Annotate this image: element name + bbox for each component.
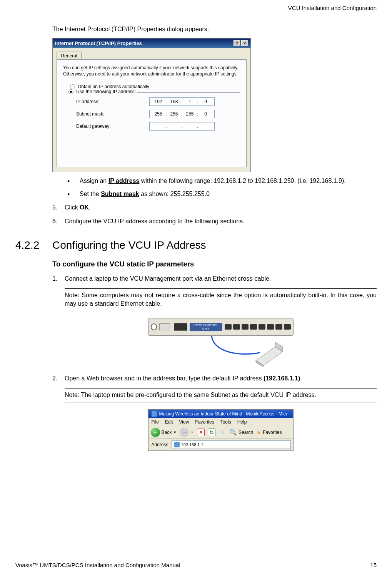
- ie-icon: [152, 411, 157, 417]
- menu-view[interactable]: View: [179, 419, 189, 425]
- subnet-input[interactable]: 255. 255. 255. 0: [149, 110, 215, 118]
- address-label: Address: [151, 442, 169, 447]
- menu-file[interactable]: File: [152, 419, 159, 425]
- sub-heading: To configure the VCU static IP parameter…: [52, 260, 377, 268]
- help-button[interactable]: ?: [234, 40, 240, 46]
- titlebar: Internet Protocol (TCP/IP) Properties ? …: [53, 39, 250, 48]
- stop-button[interactable]: ✕: [197, 429, 205, 436]
- vcu-port-icon: [284, 324, 291, 330]
- radio-obtain-auto[interactable]: Obtain an IP address automatically: [70, 84, 240, 89]
- back-arrow-icon: ←: [151, 428, 160, 437]
- svg-marker-0: [256, 347, 283, 365]
- bullet-ip-assign: Assign an IP address within the followin…: [67, 177, 377, 185]
- menu-favorites[interactable]: Favorites: [195, 419, 214, 425]
- ip-address-label: IP address:: [76, 99, 149, 104]
- tcpip-dialog: Internet Protocol (TCP/IP) Properties ? …: [52, 38, 251, 172]
- vcu-port-icon: [233, 324, 240, 330]
- radio-icon: [70, 84, 75, 89]
- ethernet-cable-icon: [148, 333, 294, 367]
- browser-titlebar: Making Wireless an Indoor State of Mind …: [148, 410, 293, 418]
- bottom-rule: [15, 558, 377, 558]
- vcu-device: UMTS CONTROL UNIT: [148, 318, 294, 336]
- menu-tools[interactable]: Tools: [220, 419, 231, 425]
- browser-address-bar: Address 192.168.1.1: [148, 439, 293, 450]
- forward-arrow-icon: →: [180, 428, 189, 437]
- cfg-step-2: 2. Open a Web browser and in the address…: [52, 374, 377, 383]
- browser-toolbar: ← Back ▼ → ▼ ✕ ↻ ⌂ 🔍 Search ★ Favorites: [148, 426, 293, 439]
- vcu-port-icon: [267, 324, 274, 330]
- footer-page-number: 15: [370, 562, 377, 568]
- tab-general[interactable]: General: [57, 52, 82, 60]
- radio-label: Obtain an IP address automatically: [78, 84, 149, 89]
- vcu-port-icon: [275, 324, 282, 330]
- browser-menu: File Edit View Favorites Tools Help: [148, 418, 293, 426]
- vcu-port-icon: [225, 324, 232, 330]
- cfg-step-1: 1. Connect a laptop to the VCU Managemen…: [52, 275, 377, 283]
- refresh-icon: ↻: [209, 429, 214, 435]
- note-1: Note: Some computers may not require a c…: [65, 288, 377, 311]
- vcu-label: UMTS CONTROL UNIT: [190, 323, 222, 331]
- subnet-label: Subnet mask:: [76, 111, 149, 117]
- star-icon: ★: [256, 429, 261, 436]
- gateway-input[interactable]: . . .: [149, 122, 215, 131]
- top-rule: [15, 14, 377, 14]
- menu-edit[interactable]: Edit: [165, 419, 173, 425]
- ip-octet: 255: [184, 111, 196, 117]
- page-icon: [174, 442, 180, 447]
- ip-octet: 9: [200, 99, 212, 104]
- vcu-connector-icon: [151, 323, 157, 330]
- step-5: 5. Click OK.: [52, 203, 377, 212]
- ip-octet: 255: [168, 111, 180, 117]
- vcu-mgmt-port-icon: [174, 323, 187, 331]
- laptop-diagram: UMTS CONTROL UNIT: [65, 318, 377, 367]
- stop-icon: ✕: [199, 429, 203, 435]
- favorites-button[interactable]: ★ Favorites: [256, 429, 282, 436]
- browser-title: Making Wireless an Indoor State of Mind …: [159, 411, 287, 417]
- dialog-title: Internet Protocol (TCP/IP) Properties: [55, 40, 142, 46]
- ip-octet: 168: [168, 99, 180, 104]
- step-6: 6. Configure the VCU IP address accordin…: [52, 217, 377, 226]
- vcu-port-icon: [242, 324, 249, 330]
- vcu-panel-icon: [159, 323, 170, 330]
- back-button[interactable]: ← Back ▼: [151, 428, 177, 437]
- vcu-port-icon: [250, 324, 257, 330]
- ip-address-input[interactable]: 192. 168. 1. 9: [149, 97, 215, 106]
- ip-octet: 0: [200, 111, 212, 117]
- dialog-description: You can get IP settings assigned automat…: [63, 65, 240, 77]
- bullet-subnet: Set the Subnet mask as shown: 255.255.25…: [67, 190, 377, 198]
- search-icon: 🔍: [229, 429, 237, 436]
- menu-help[interactable]: Help: [237, 419, 247, 425]
- header-right: VCU Installation and Configuration: [288, 5, 377, 11]
- home-icon: ⌂: [220, 429, 224, 436]
- ip-octet: 255: [152, 111, 165, 117]
- vcu-port-icon: [259, 324, 265, 330]
- footer-left: Voasis™ UMTS/DCS/PCS Installation and Co…: [15, 562, 180, 568]
- gateway-label: Default gateway:: [76, 124, 149, 129]
- home-button[interactable]: ⌂: [219, 429, 226, 436]
- address-value: 192.168.1.1: [181, 442, 204, 447]
- ip-octet: 1: [184, 99, 196, 104]
- radio-label-use-following: Use the following IP address:: [76, 89, 136, 94]
- search-button[interactable]: 🔍 Search: [229, 429, 253, 436]
- browser-screenshot: Making Wireless an Indoor State of Mind …: [65, 409, 377, 451]
- radio-icon-selected[interactable]: [68, 89, 73, 94]
- ip-octet: 192: [152, 99, 165, 104]
- address-input[interactable]: 192.168.1.1: [172, 440, 291, 449]
- close-button[interactable]: ×: [241, 40, 248, 46]
- note-2: Note: The laptop must be pre-configured …: [65, 388, 377, 402]
- refresh-button[interactable]: ↻: [208, 429, 215, 436]
- intro-text: The Internet Protocol (TCP/IP) Propertie…: [52, 26, 377, 33]
- section-heading: 4.2.2 Configuring the VCU IP Address: [15, 239, 377, 251]
- forward-button[interactable]: → ▼: [180, 428, 194, 437]
